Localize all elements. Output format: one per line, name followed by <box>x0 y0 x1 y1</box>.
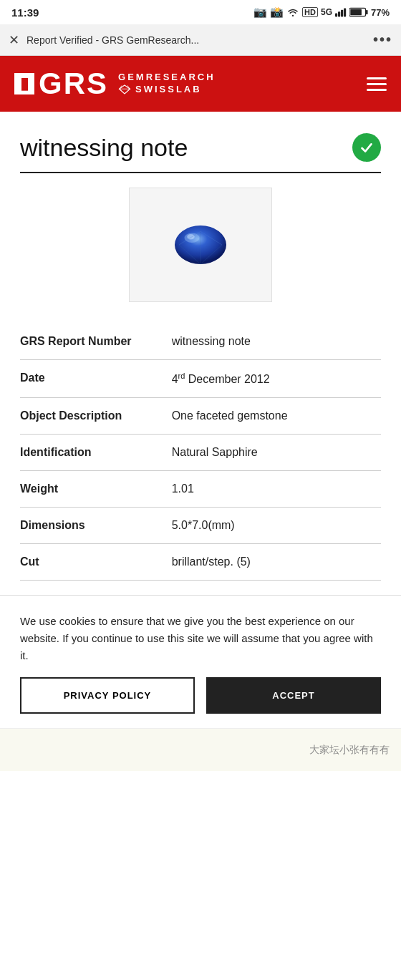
cookie-banner: We use cookies to ensure that we give yo… <box>0 595 401 728</box>
signal-bars-icon <box>335 7 347 17</box>
battery-percent: 77% <box>371 7 390 18</box>
svg-rect-1 <box>338 11 340 16</box>
cookie-buttons: PRIVACY POLICY ACCEPT <box>20 677 381 714</box>
gem-image-container <box>20 188 381 302</box>
value-weight: 1.01 <box>172 471 381 508</box>
table-row: Cut brillant/step. (5) <box>20 544 381 581</box>
subtitle-line-2: SWISSLAB <box>135 84 202 96</box>
page-title: Report Verified - GRS GemResearch... <box>26 34 366 46</box>
status-bar: 11:39 📷 📸 HD 5G 77% <box>0 0 401 24</box>
verified-check-icon <box>352 133 381 162</box>
table-row: Date 4rd December 2012 <box>20 360 381 398</box>
accept-cookies-button[interactable]: ACCEPT <box>206 677 381 714</box>
value-report-number: witnessing note <box>172 324 381 360</box>
label-dimensions: Dimensions <box>20 508 172 544</box>
table-row: Identification Natural Sapphire <box>20 435 381 471</box>
svg-rect-0 <box>335 14 337 17</box>
grs-logo-text: GRS <box>39 69 108 99</box>
hd-badge: HD <box>302 7 318 17</box>
grs-subtitle: GEMRESEARCH SWISSLAB <box>118 72 216 96</box>
svg-rect-2 <box>341 10 343 17</box>
gem-image-box <box>129 188 272 302</box>
status-icons: 📷 📸 HD 5G 77% <box>253 6 390 19</box>
gemstone-image <box>168 220 233 270</box>
bottom-bar: 大家坛小张有有有 <box>0 728 401 771</box>
witnessing-title-row: witnessing note <box>20 133 381 173</box>
witnessing-note-title: witnessing note <box>20 134 188 162</box>
main-content: witnessing note <box>0 112 401 595</box>
label-report-number: GRS Report Number <box>20 324 172 360</box>
photo-icon: 📷 <box>253 6 267 19</box>
wifi-icon <box>286 7 299 17</box>
signal-badge: 5G <box>321 7 332 17</box>
value-dimensions: 5.0*7.0(mm) <box>172 508 381 544</box>
bottom-bar-text: 大家坛小张有有有 <box>309 744 390 757</box>
label-date: Date <box>20 360 172 398</box>
camera-icon: 📸 <box>270 6 284 19</box>
value-identification: Natural Sapphire <box>172 435 381 471</box>
battery-icon <box>349 7 368 17</box>
hamburger-menu-button[interactable] <box>367 77 387 91</box>
label-cut: Cut <box>20 544 172 581</box>
label-object-desc: Object Description <box>20 398 172 435</box>
value-cut: brillant/step. (5) <box>172 544 381 581</box>
svg-rect-6 <box>350 9 362 16</box>
subtitle-line-1: GEMRESEARCH <box>118 72 216 84</box>
table-row: Object Description One faceted gemstone <box>20 398 381 435</box>
svg-rect-3 <box>344 8 346 16</box>
svg-point-13 <box>187 234 195 240</box>
value-object-desc: One faceted gemstone <box>172 398 381 435</box>
time: 11:39 <box>11 6 39 19</box>
grs-logo-icon: ▮ <box>20 76 29 92</box>
label-weight: Weight <box>20 471 172 508</box>
privacy-policy-button[interactable]: PRIVACY POLICY <box>20 677 195 714</box>
label-identification: Identification <box>20 435 172 471</box>
hamburger-line-1 <box>367 77 387 79</box>
value-date: 4rd December 2012 <box>172 360 381 398</box>
hamburger-line-2 <box>367 83 387 85</box>
table-row: Dimensions 5.0*7.0(mm) <box>20 508 381 544</box>
diamond-icon <box>118 84 131 94</box>
cookie-text: We use cookies to ensure that we give yo… <box>20 613 381 664</box>
grs-logo: ▮ GRS GEMRESEARCH SWISSLAB <box>14 69 216 99</box>
table-row: GRS Report Number witnessing note <box>20 324 381 360</box>
table-row: Weight 1.01 <box>20 471 381 508</box>
hamburger-line-3 <box>367 89 387 91</box>
browser-bar: ✕ Report Verified - GRS GemResearch... •… <box>0 24 401 56</box>
svg-rect-5 <box>366 10 368 14</box>
more-options-button[interactable]: ••• <box>373 31 392 48</box>
report-table: GRS Report Number witnessing note Date 4… <box>20 324 381 581</box>
close-tab-button[interactable]: ✕ <box>9 32 19 48</box>
grs-header: ▮ GRS GEMRESEARCH SWISSLAB <box>0 56 401 112</box>
